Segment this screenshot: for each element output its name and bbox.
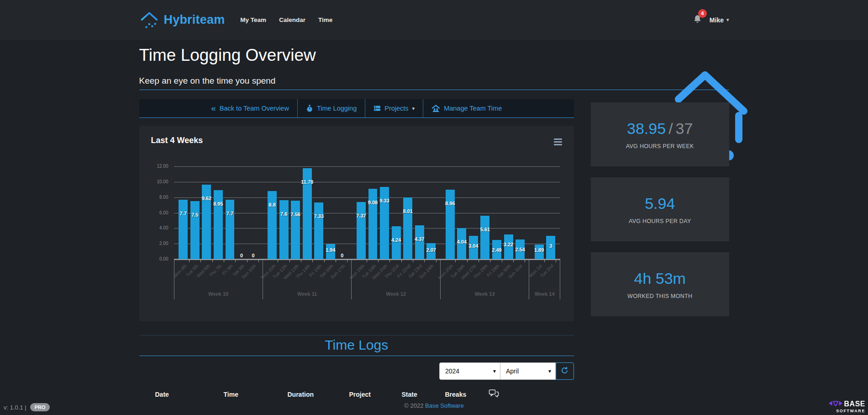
copyright-text: © 2022: [404, 402, 423, 409]
axis-tick: [258, 260, 259, 262]
bar-fri-15th[interactable]: [314, 202, 323, 259]
bar-slot: 2.54: [514, 166, 526, 259]
stat-primary-value: 38.95: [627, 120, 666, 137]
bar-sat-23rd[interactable]: [415, 225, 424, 259]
bar-slot: 4.04: [456, 166, 468, 259]
bar-value-label: 7.6: [280, 211, 287, 217]
chart-x-axis: Mon 4thTue 5thWed 6thThu 7thFri 8thSat 9…: [174, 259, 560, 299]
chart-menu-icon[interactable]: [552, 137, 564, 147]
stat-value: 38.95/37: [627, 120, 693, 138]
tab-label: Projects: [384, 105, 408, 112]
bar-slot: 8.8: [266, 166, 278, 259]
double-chevron-left-icon: «: [211, 105, 216, 112]
nav-item-my-team[interactable]: My Team: [240, 16, 266, 23]
company-link[interactable]: Base Software: [425, 402, 464, 409]
brand-logo[interactable]: Hybriteam: [139, 10, 225, 30]
bar-thu-7th[interactable]: [214, 190, 223, 259]
bar-slot: 7.6: [278, 166, 290, 259]
version-info: v: 1.0.1 | PRO: [4, 403, 50, 411]
bar-slot: 2.49: [491, 166, 503, 259]
bar-value-label: 7.37: [356, 213, 366, 218]
bar-value-label: 9.33: [379, 198, 389, 203]
chevron-down-icon: ▾: [726, 17, 729, 23]
top-navbar: Hybriteam My TeamCalendarTime 4 Mike ▾: [0, 0, 868, 40]
bar-group-week-10: 7.77.59.628.957.700: [174, 166, 263, 259]
column-header-time: Time: [224, 391, 288, 398]
bar-mon-11th[interactable]: [268, 191, 277, 259]
timelogs-table-header: DateTimeDurationProjectStateBreaks: [139, 389, 574, 399]
tab-manage-team-time[interactable]: Manage Team Time: [423, 99, 510, 117]
header-divider: [139, 90, 729, 90]
bar-value-label: 2.54: [515, 247, 525, 252]
month-select[interactable]: April: [500, 362, 556, 380]
bar-value-label: 9.08: [368, 200, 378, 205]
nav-item-time[interactable]: Time: [318, 16, 332, 23]
nav-item-calendar[interactable]: Calendar: [279, 16, 305, 23]
x-group-week-11: Mon 11thTue 12thWed 13thThu 14thFri 15th…: [263, 260, 352, 299]
bar-slot: 8.96: [444, 166, 456, 259]
bar-mon-25th[interactable]: [446, 190, 455, 259]
notifications-button[interactable]: 4: [693, 14, 702, 26]
bar-fri-8th[interactable]: [226, 200, 235, 259]
base-software-logo: BASE SOFTWARE: [828, 400, 865, 413]
user-name: Mike: [710, 16, 724, 24]
bar-slot: 7.33: [313, 166, 325, 259]
axis-tick: [347, 260, 347, 262]
tab-back-to-team-overview[interactable]: «Back to Team Overview: [203, 99, 297, 117]
bar-group-week-12: 7.379.089.334.248.014.372.07: [352, 166, 441, 259]
bar-slot: 4.37: [414, 166, 426, 259]
refresh-button[interactable]: [556, 362, 574, 380]
bar-slot: 8.95: [212, 166, 224, 259]
hybriteam-house-icon: [139, 10, 159, 30]
bar-mon-18th[interactable]: [357, 202, 366, 259]
timelogs-section: Time Logs 2024 April: [139, 335, 574, 399]
bar-value-label: 9.62: [202, 196, 211, 201]
bar-value-label: 0: [341, 253, 343, 258]
bar-slot: 3.22: [503, 166, 515, 259]
bar-value-label: 7.56: [290, 212, 300, 217]
column-header-state: State: [402, 391, 445, 398]
bar-tue-5th[interactable]: [190, 201, 200, 259]
bar-value-label: 5.61: [480, 227, 490, 232]
bar-slot: 9.08: [367, 166, 379, 259]
user-menu[interactable]: Mike ▾: [710, 16, 729, 24]
chevron-down-icon: ▾: [412, 106, 415, 112]
bar-slot: 0: [337, 166, 348, 259]
bar-value-label: 3.04: [468, 243, 478, 249]
base-brand-text: BASE: [844, 400, 865, 408]
stat-label: WORKED THIS MONTH: [627, 293, 692, 299]
bar-mon-4th[interactable]: [179, 200, 188, 259]
x-group-week-13: Mon 25thTue 26thWed 27thThu 28thFri 29th…: [441, 260, 529, 299]
bar-slot: 7.5: [189, 166, 201, 259]
bar-slot: 9.33: [379, 166, 390, 259]
bar-value-label: 7.7: [180, 211, 187, 216]
bar-slot: 7.56: [289, 166, 301, 259]
bar-thu-28th[interactable]: [480, 216, 489, 259]
bar-value-label: 8.95: [213, 201, 223, 207]
bar-value-label: 0: [252, 253, 254, 258]
bar-value-label: 8.01: [403, 208, 412, 214]
column-header-breaks: Breaks: [445, 391, 489, 398]
tab-time-logging[interactable]: Time Logging: [297, 99, 365, 117]
base-gem-icon: [828, 400, 843, 408]
refresh-icon: [561, 367, 568, 376]
bar-tue-12th[interactable]: [279, 200, 289, 259]
y-axis-tick-label: 4.00: [147, 225, 168, 230]
y-axis-tick-label: 12.00: [147, 164, 168, 169]
bar-slot: 5.61: [479, 166, 491, 259]
bar-slot: 7.7: [178, 166, 189, 259]
y-axis-tick-label: 8.00: [147, 195, 168, 200]
stat-primary-value: 4h 53m: [634, 270, 686, 287]
bar-fri-22nd[interactable]: [403, 197, 412, 260]
bar-value-label: 3: [549, 243, 552, 249]
tab-projects[interactable]: Projects▾: [365, 99, 423, 117]
chart-plot: 7.77.59.628.957.7008.87.67.5611.787.331.…: [174, 166, 560, 259]
week-group-label: Week 14: [529, 291, 560, 297]
footer-copyright: © 2022 Base Software: [139, 402, 729, 409]
year-select[interactable]: 2024: [439, 362, 500, 380]
stat-value: 4h 53m: [634, 270, 686, 287]
bar-value-label: 11.78: [301, 179, 313, 185]
bar-wed-13th[interactable]: [291, 201, 300, 259]
bar-slot: 3: [545, 166, 557, 259]
y-axis-tick-label: 6.00: [147, 210, 168, 215]
